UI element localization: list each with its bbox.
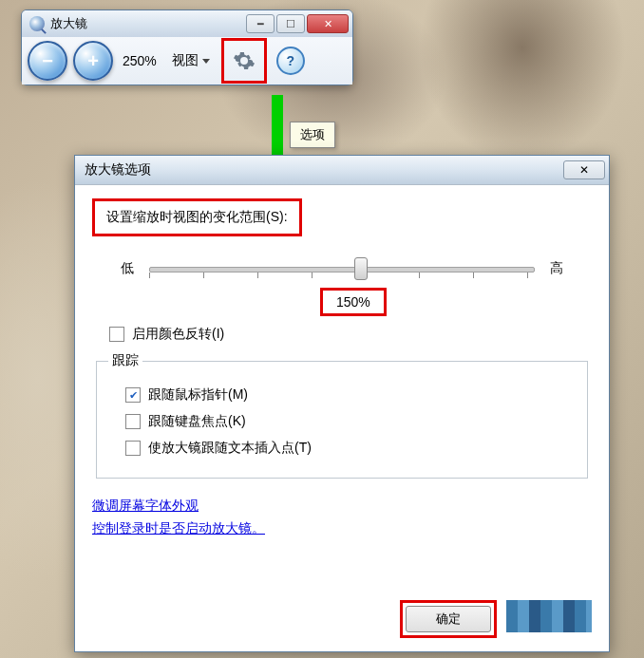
maximize-button[interactable]: ☐ [276, 14, 305, 33]
minimize-button[interactable]: ━ [246, 14, 275, 33]
magnifier-toolbar: − + 250% 视图 ? [22, 37, 352, 85]
ok-button[interactable]: 确定 [406, 606, 491, 632]
options-close-button[interactable]: ✕ [563, 160, 605, 179]
tracking-legend: 跟踪 [108, 352, 142, 369]
slider-high-label: 高 [550, 260, 563, 277]
follow-mouse-label: 跟随鼠标指针(M) [148, 386, 248, 404]
follow-text-label: 使放大镜跟随文本插入点(T) [148, 440, 312, 457]
view-label: 视图 [172, 52, 199, 69]
magnifier-titlebar[interactable]: 放大镜 ━ ☐ ✕ [22, 10, 352, 37]
view-dropdown[interactable]: 视图 [166, 48, 216, 73]
scale-slider-row: 低 高 [92, 257, 592, 280]
scale-value: 150% [336, 294, 370, 310]
censored-button[interactable] [506, 600, 592, 632]
invert-colors-label: 启用颜色反转(I) [132, 326, 224, 343]
options-titlebar[interactable]: 放大镜选项 ✕ [75, 156, 609, 185]
tracking-group: 跟踪 ✔ 跟随鼠标指针(M) 跟随键盘焦点(K) 使放大镜跟随文本插入点(T) [96, 352, 588, 479]
help-button[interactable]: ? [276, 47, 305, 75]
follow-text-row: 使放大镜跟随文本插入点(T) [125, 440, 576, 457]
zoom-out-button[interactable]: − [28, 41, 67, 81]
zoom-in-button[interactable]: + [73, 41, 113, 81]
magnifier-title: 放大镜 [50, 15, 246, 32]
magnifier-window: 放大镜 ━ ☐ ✕ − + 250% 视图 ? [21, 9, 353, 85]
invert-colors-row: 启用颜色反转(I) [109, 326, 592, 343]
ok-highlight: 确定 [400, 600, 497, 638]
options-button[interactable] [231, 47, 257, 74]
magnifier-icon [29, 16, 45, 31]
startup-control-link[interactable]: 控制登录时是否启动放大镜。 [92, 520, 592, 537]
chevron-down-icon [202, 59, 210, 64]
zoom-level: 250% [119, 53, 161, 68]
close-button[interactable]: ✕ [307, 14, 349, 33]
options-dialog: 放大镜选项 ✕ 设置缩放时视图的变化范围(S): 低 高 150% [74, 155, 610, 652]
font-tuning-link[interactable]: 微调屏幕字体外观 [92, 498, 592, 515]
options-tooltip: 选项 [290, 122, 335, 148]
scale-slider[interactable] [149, 257, 535, 280]
dialog-button-row: 确定 [400, 600, 592, 638]
gear-icon [233, 49, 256, 72]
scale-label-highlight: 设置缩放时视图的变化范围(S): [92, 198, 302, 236]
scale-value-highlight: 150% [320, 288, 387, 316]
follow-keyboard-row: 跟随键盘焦点(K) [125, 413, 576, 430]
follow-text-checkbox[interactable] [125, 441, 141, 456]
invert-colors-checkbox[interactable] [109, 327, 124, 342]
options-title: 放大镜选项 [85, 161, 563, 179]
slider-thumb[interactable] [354, 257, 368, 280]
options-highlight [221, 38, 267, 84]
follow-mouse-row: ✔ 跟随鼠标指针(M) [125, 386, 576, 404]
follow-keyboard-checkbox[interactable] [125, 414, 141, 429]
slider-low-label: 低 [121, 260, 134, 277]
scale-label: 设置缩放时视图的变化范围(S): [106, 209, 288, 224]
options-body: 设置缩放时视图的变化范围(S): 低 高 150% 启用颜色反转 [75, 185, 609, 556]
window-buttons: ━ ☐ ✕ [246, 14, 349, 33]
follow-mouse-checkbox[interactable]: ✔ [125, 387, 141, 403]
follow-keyboard-label: 跟随键盘焦点(K) [148, 413, 246, 430]
